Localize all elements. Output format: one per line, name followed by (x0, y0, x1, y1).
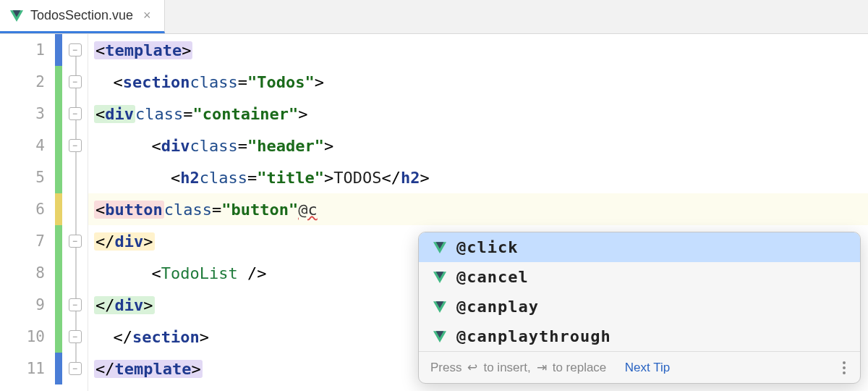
tab-filename: TodosSection.vue (30, 8, 133, 23)
close-icon[interactable]: × (140, 8, 154, 23)
code-line[interactable]: <div class="container"> (88, 98, 868, 130)
change-marker (55, 161, 62, 193)
fold-button[interactable]: − (69, 43, 82, 56)
change-marker (55, 130, 62, 161)
line-number[interactable]: 4 (0, 130, 55, 161)
tab-bar: TodosSection.vue × (0, 0, 868, 34)
fold-button[interactable]: − (69, 330, 82, 343)
line-number[interactable]: 10 (0, 321, 55, 353)
fold-gutter: − − − − − − − − (62, 34, 88, 391)
line-number[interactable]: 5 (0, 161, 55, 193)
autocomplete-popup: @click @cancel @canplay @canplaythrough … (418, 232, 861, 384)
autocomplete-item[interactable]: @canplay (419, 292, 860, 321)
file-tab[interactable]: TodosSection.vue × (0, 0, 165, 33)
autocomplete-label: @click (456, 238, 518, 256)
change-marker (55, 66, 62, 98)
vue-icon (433, 300, 446, 314)
vue-icon (433, 241, 446, 254)
tab-key-glyph: ⇥ (537, 360, 547, 375)
autocomplete-item[interactable]: @cancel (419, 262, 860, 292)
line-number[interactable]: 8 (0, 257, 55, 289)
code-line[interactable]: <div class="header"> (88, 130, 868, 161)
hint-text: Press (430, 361, 461, 375)
change-marker (55, 34, 62, 66)
autocomplete-item[interactable]: @click (419, 232, 860, 262)
autocomplete-footer: Press ↩ to insert, ⇥ to replace Next Tip (419, 351, 860, 383)
autocomplete-label: @canplaythrough (456, 327, 611, 345)
fold-button[interactable]: − (69, 107, 82, 120)
vue-icon (433, 271, 446, 284)
fold-button[interactable]: − (69, 298, 82, 311)
line-number[interactable]: 7 (0, 225, 55, 257)
autocomplete-item[interactable]: @canplaythrough (419, 321, 860, 351)
line-number[interactable]: 1 (0, 34, 55, 66)
change-marker (55, 353, 62, 384)
next-tip-link[interactable]: Next Tip (625, 361, 670, 375)
kebab-menu-icon[interactable] (840, 358, 848, 377)
fold-button[interactable]: − (69, 139, 82, 152)
autocomplete-label: @cancel (456, 268, 529, 286)
change-marker (55, 257, 62, 289)
vue-icon (433, 330, 446, 343)
code-line[interactable]: <h2 class="title">TODOS</h2> (88, 161, 868, 193)
code-line-active[interactable]: <button class="button" @c (88, 193, 868, 225)
code-line[interactable]: <section class="Todos"> (88, 66, 868, 98)
change-marker (55, 193, 62, 225)
enter-key-glyph: ↩ (467, 360, 477, 375)
change-marker-gutter (55, 34, 62, 391)
line-number[interactable]: 3 (0, 98, 55, 130)
line-number-gutter: 1 2 3 4 5 6 7 8 9 10 11 (0, 34, 55, 391)
vue-file-icon (10, 9, 23, 22)
fold-button[interactable]: − (69, 362, 82, 375)
line-number[interactable]: 9 (0, 289, 55, 321)
change-marker (55, 98, 62, 130)
fold-button[interactable]: − (69, 235, 82, 248)
autocomplete-label: @canplay (456, 298, 539, 316)
line-number[interactable]: 6 (0, 193, 55, 225)
change-marker (55, 321, 62, 353)
hint-text: to insert, (483, 361, 530, 375)
change-marker (55, 225, 62, 257)
change-marker (55, 289, 62, 321)
line-number[interactable]: 11 (0, 353, 55, 384)
line-number[interactable]: 2 (0, 66, 55, 98)
hint-text: to replace (553, 361, 607, 375)
code-line[interactable]: <template> (88, 34, 868, 66)
fold-button[interactable]: − (69, 75, 82, 88)
